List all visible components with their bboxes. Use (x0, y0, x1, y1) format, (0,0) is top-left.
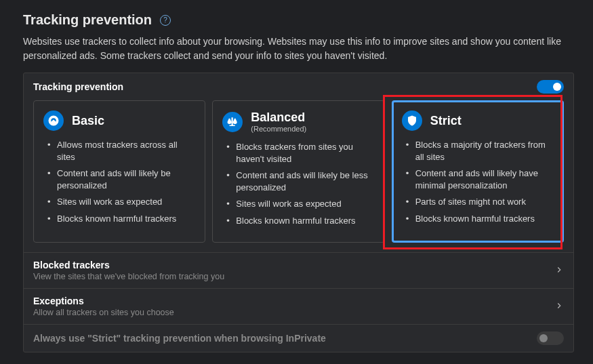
card-strict-head: Strict (402, 110, 554, 131)
basic-icon (43, 110, 64, 131)
card-basic[interactable]: Basic Allows most trackers across all si… (33, 100, 205, 243)
chevron-right-icon (554, 265, 564, 277)
row-exceptions-title: Exceptions (33, 296, 174, 306)
balance-scales-icon (222, 112, 243, 132)
card-balanced-subtitle: (Recommended) (251, 125, 306, 133)
row-exceptions-sub: Allow all trackers on sites you choose (33, 308, 174, 317)
card-balanced-bullets: Blocks trackers from sites you haven't v… (222, 141, 374, 226)
list-item: Content and ads will likely have minimal… (406, 167, 554, 191)
list-item: Blocks known harmful trackers (406, 213, 554, 225)
page-title-row: Tracking prevention ? (23, 12, 574, 28)
list-item: Blocks a majority of trackers from all s… (406, 139, 554, 163)
panel-heading: Tracking prevention (33, 81, 123, 92)
list-item: Blocks trackers from sites you haven't v… (226, 141, 374, 165)
row-exceptions[interactable]: Exceptions Allow all trackers on sites y… (24, 288, 573, 324)
list-item: Blocks known harmful trackers (226, 215, 374, 227)
list-item: Sites will work as expected (47, 196, 195, 208)
shield-icon (402, 110, 422, 131)
card-strict-title: Strict (430, 114, 462, 128)
tracking-prevention-toggle[interactable] (537, 80, 564, 94)
page-description: Websites use trackers to collect info ab… (23, 35, 574, 63)
row-inprivate-strict: Always use "Strict" tracking prevention … (24, 324, 573, 352)
card-balanced-head: Balanced (Recommended) (222, 110, 374, 133)
row-blocked-title: Blocked trackers (33, 260, 224, 270)
list-item: Blocks known harmful trackers (47, 213, 195, 225)
card-balanced[interactable]: Balanced (Recommended) Blocks trackers f… (212, 100, 384, 243)
list-item: Parts of sites might not work (406, 196, 554, 208)
card-basic-title: Basic (72, 114, 104, 128)
list-item: Content and ads will likely be less pers… (226, 169, 374, 193)
panel-header: Tracking prevention (24, 73, 573, 99)
card-basic-bullets: Allows most trackers across all sites Co… (43, 139, 195, 224)
card-basic-head: Basic (43, 110, 195, 131)
card-strict-bullets: Blocks a majority of trackers from all s… (402, 139, 554, 224)
row-blocked-trackers[interactable]: Blocked trackers View the sites that we'… (24, 252, 573, 288)
row-inprivate-title: Always use "Strict" tracking prevention … (33, 333, 326, 344)
help-icon[interactable]: ? (160, 15, 171, 26)
list-item: Allows most trackers across all sites (47, 139, 195, 163)
card-strict[interactable]: Strict Blocks a majority of trackers fro… (392, 100, 564, 243)
card-balanced-title: Balanced (251, 110, 306, 125)
list-item: Sites will work as expected (226, 198, 374, 210)
tracking-panel: Tracking prevention Basic Allows most tr… (23, 73, 574, 352)
inprivate-strict-toggle[interactable] (537, 331, 564, 345)
list-item: Content and ads will likely be personali… (47, 167, 195, 191)
level-cards: Basic Allows most trackers across all si… (24, 99, 573, 252)
chevron-right-icon (554, 301, 564, 312)
row-blocked-sub: View the sites that we've blocked from t… (33, 272, 224, 281)
page-title: Tracking prevention (23, 12, 152, 28)
